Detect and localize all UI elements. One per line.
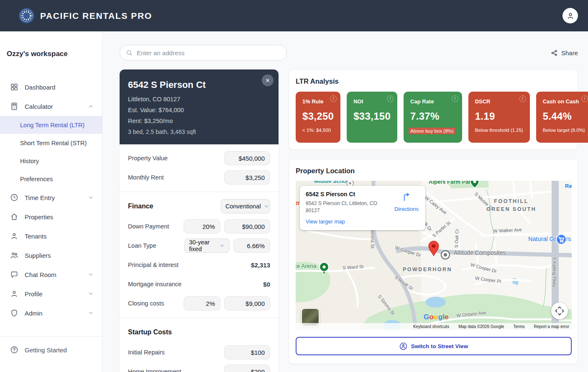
info-icon[interactable]: i xyxy=(519,95,526,102)
street-view-label: Switch to Street View xyxy=(411,343,468,349)
switch-to-street-view-button[interactable]: Switch to Street View xyxy=(296,337,572,355)
form-field-controls xyxy=(224,364,270,372)
map[interactable]: Middle SchoolAlpers Farm ParkReudhW Cale… xyxy=(296,181,572,330)
sidebar-subitem-short-term-rental-str[interactable]: Short Term Rental (STR) xyxy=(0,134,102,152)
property-est-value: Est. Value: $764,000 xyxy=(128,107,270,113)
form-row: Loan Type30-year fixed xyxy=(128,239,270,253)
sidebar-item-suppliers[interactable]: Suppliers xyxy=(0,246,102,265)
sidebar-item-label: Getting Started xyxy=(25,346,92,354)
sidebar-nav: DashboardCalculatorLong Term Rental (LTR… xyxy=(0,77,102,323)
metric-value: 5.44% xyxy=(543,110,585,122)
metric-card-dscr: iDSCR1.19Below threshold (1.25) xyxy=(468,92,530,143)
sidebar: Ozzy's workspace DashboardCalculatorLong… xyxy=(0,31,102,372)
arena-marker-icon[interactable] xyxy=(319,262,330,274)
metric-note: Below target (8.0%) xyxy=(543,128,585,133)
property-summary-card: 6542 S Pierson Ct Littleton, CO 80127 Es… xyxy=(120,69,279,144)
money-input[interactable] xyxy=(224,345,270,359)
address-search-input[interactable] xyxy=(137,49,281,56)
sidebar-item-label: Profile xyxy=(25,290,88,298)
form-field-controls xyxy=(184,219,270,233)
sidebar-subitem-preferences[interactable]: Preferences xyxy=(0,170,102,188)
sidebar-item-getting-started[interactable]: Getting Started xyxy=(10,344,92,356)
sidebar-subitem-long-term-rental-ltr[interactable]: Long Term Rental (LTR) xyxy=(0,116,102,134)
money-input[interactable] xyxy=(224,219,270,233)
info-icon[interactable]: i xyxy=(452,95,458,102)
calculator-form: Property ValueMonthly RentFinanceConvent… xyxy=(120,144,279,372)
person-icon xyxy=(10,290,18,298)
directions-button[interactable]: Directions xyxy=(392,192,421,212)
select-conventional[interactable]: Conventional xyxy=(221,199,270,213)
map-pan-control[interactable] xyxy=(551,303,568,319)
sidebar-item-time-entry[interactable]: Time Entry xyxy=(0,188,102,207)
app-root: PACIFIC RENTALS PRO Ozzy's workspace Das… xyxy=(0,0,588,372)
sidebar-item-admin[interactable]: Admin xyxy=(0,303,102,323)
percent-input[interactable] xyxy=(184,296,220,310)
info-icon[interactable]: i xyxy=(330,95,337,102)
google-logo[interactable]: Google xyxy=(424,313,449,321)
directions-label: Directions xyxy=(392,206,421,212)
business-marker-icon[interactable] xyxy=(440,250,450,260)
form-row: Initial Repairs xyxy=(128,345,270,359)
directions-icon xyxy=(401,192,412,202)
sidebar-item-properties[interactable]: Properties xyxy=(0,207,102,226)
sidebar-item-profile[interactable]: Profile xyxy=(0,284,102,303)
map-info-card: 6542 S Pierson Ct 6542 S Pierson Ct, Lit… xyxy=(300,186,425,230)
section-divider xyxy=(120,192,279,192)
attribution-item[interactable]: Map data ©2026 Google xyxy=(458,324,504,329)
view-larger-map-link[interactable]: View larger map xyxy=(306,218,345,225)
money-input[interactable] xyxy=(224,170,270,185)
user-avatar-button[interactable] xyxy=(562,8,578,23)
money-input[interactable] xyxy=(224,151,270,165)
grocery-marker-icon[interactable] xyxy=(555,233,567,248)
form-row: Closing costs xyxy=(128,296,270,310)
close-icon: ✕ xyxy=(266,77,270,84)
sidebar-subitem-history[interactable]: History xyxy=(0,152,102,170)
property-city: Littleton, CO 80127 xyxy=(128,96,270,103)
chevron-down-icon xyxy=(88,195,94,200)
attribution-item[interactable]: Terms xyxy=(513,324,524,329)
money-input[interactable] xyxy=(224,296,270,310)
sidebar-item-label: Dashboard xyxy=(25,84,94,91)
money-input[interactable] xyxy=(224,364,270,372)
app-header: PACIFIC RENTALS PRO xyxy=(0,0,588,31)
chevron-up-icon xyxy=(88,103,94,109)
form-field-label: Closing costs xyxy=(128,300,164,307)
select-value: 30-year fixed xyxy=(189,239,217,252)
form-field-controls: 30-year fixed xyxy=(184,239,270,253)
form-field-label: Monthly Rent xyxy=(128,174,164,181)
form-section-title: Startup Costs xyxy=(128,328,172,336)
sidebar-item-calculator[interactable]: Calculator xyxy=(0,97,102,116)
address-search[interactable] xyxy=(120,45,287,61)
sidebar-item-label: Calculator xyxy=(25,103,88,110)
park-marker-icon[interactable] xyxy=(470,181,480,188)
percent-input[interactable] xyxy=(233,239,270,253)
form-field-label: Loan Type xyxy=(128,242,156,249)
attribution-item[interactable]: Keyboard shortcuts xyxy=(413,324,449,329)
metric-label: 1% Rule xyxy=(302,98,334,105)
metric-label: NOI xyxy=(353,98,391,105)
select-30-year-fixed[interactable]: 30-year fixed xyxy=(184,239,230,253)
attribution-item[interactable]: Report a map error xyxy=(534,324,569,329)
form-field-label: Principal & interest xyxy=(128,262,179,268)
question-icon xyxy=(10,346,18,354)
info-icon[interactable]: i xyxy=(387,95,394,102)
form-row: Property Value xyxy=(128,151,270,165)
share-button[interactable]: Share xyxy=(551,49,578,56)
form-section-header: FinanceConventional xyxy=(128,199,270,213)
chevron-down-icon xyxy=(88,291,94,297)
metric-note: < 1%: $4,500 xyxy=(302,128,334,133)
form-row: Home Improvement xyxy=(128,364,270,372)
info-icon[interactable]: i xyxy=(581,95,588,102)
sidebar-item-dashboard[interactable]: Dashboard xyxy=(0,77,102,97)
sidebar-item-tenants[interactable]: Tenants xyxy=(0,226,102,246)
metric-value: $3,250 xyxy=(302,110,334,122)
metric-cards: i1% Rule$3,250< 1%: $4,500iNOI$33,150iCa… xyxy=(296,92,571,143)
calculator-icon xyxy=(10,102,18,110)
metric-label: DSCR xyxy=(475,98,523,105)
location-pin-icon[interactable] xyxy=(428,241,440,257)
percent-input[interactable] xyxy=(184,219,220,233)
close-property-button[interactable]: ✕ xyxy=(262,74,274,86)
sidebar-item-chat-room[interactable]: Chat Room xyxy=(0,265,102,284)
chevron-down-icon xyxy=(219,243,225,249)
shield-icon xyxy=(10,309,18,317)
